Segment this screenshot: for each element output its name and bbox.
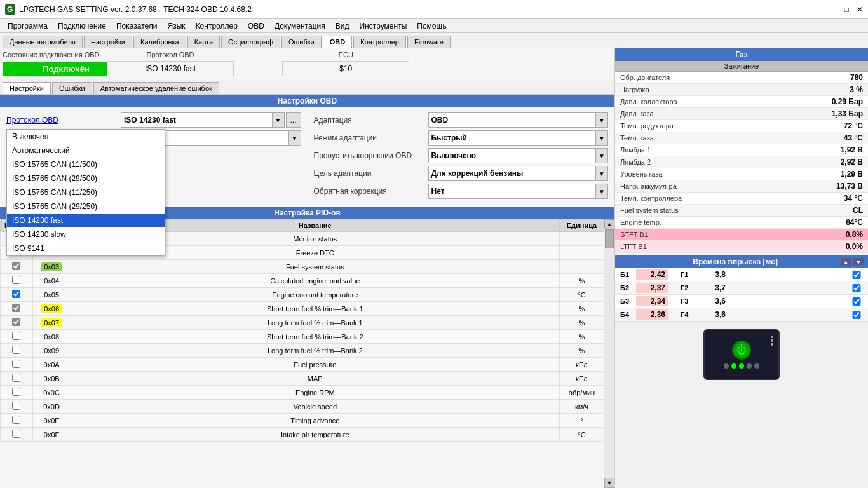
- dropdown-item-iso-15765-can-(29/500)[interactable]: ISO 15765 CAN (29/500): [7, 172, 165, 186]
- subtab-ошибки[interactable]: Ошибки: [52, 82, 92, 94]
- adaptation-mode-select[interactable]: Быстрый: [428, 130, 609, 146]
- adaptation-select[interactable]: OBD: [428, 112, 609, 128]
- pid-name-cell: Fuel system status: [71, 260, 559, 274]
- minimize-button[interactable]: —: [829, 5, 837, 14]
- pid-check-cell[interactable]: [1, 316, 33, 330]
- titlebar: G LPGTECH GAS SETTING ver. 2.0.37.68 - T…: [0, 0, 868, 19]
- menu-item-помощь[interactable]: Помощь: [412, 20, 451, 32]
- inj-g-label: Г2: [681, 284, 696, 292]
- tab-данные-автомобиля[interactable]: Данные автомобиля: [3, 36, 83, 48]
- table-row: 0x0BMAPкПа: [1, 372, 604, 386]
- close-button[interactable]: ✕: [857, 5, 863, 14]
- tab-контроллер[interactable]: Контроллер: [353, 36, 406, 48]
- pid-checkbox[interactable]: [12, 290, 20, 298]
- maximize-button[interactable]: □: [844, 5, 849, 14]
- tab-настройки[interactable]: Настройки: [84, 36, 132, 48]
- scroll-thumb[interactable]: [605, 229, 614, 248]
- scroll-up-btn[interactable]: ▲: [604, 219, 614, 229]
- pid-checkbox[interactable]: [12, 430, 20, 438]
- skip-corrections-select[interactable]: Выключено: [428, 148, 609, 163]
- subtab-настройки[interactable]: Настройки: [3, 82, 51, 94]
- pid-checkbox[interactable]: [12, 416, 20, 424]
- menu-item-контроллер[interactable]: Контроллер: [191, 20, 243, 32]
- pid-checkbox[interactable]: [12, 318, 20, 326]
- dropdown-item-iso-14230-fast[interactable]: ISO 14230 fast: [7, 214, 165, 227]
- injection-arrow-down[interactable]: ▼: [853, 258, 864, 266]
- sensor-value: 2,92 В: [841, 158, 863, 166]
- pid-checkbox[interactable]: [12, 304, 20, 312]
- pid-check-cell[interactable]: [1, 400, 33, 414]
- pid-check-cell[interactable]: [1, 428, 33, 442]
- pid-checkbox[interactable]: [12, 360, 20, 368]
- pid-check-cell[interactable]: [1, 330, 33, 344]
- dropdown-item-iso-15765-can-(11/500)[interactable]: ISO 15765 CAN (11/500): [7, 158, 165, 172]
- protocol-select-wrapper: ВыключенАвтоматическийISO 15765 CAN (11/…: [121, 112, 285, 128]
- pid-check-cell[interactable]: [1, 372, 33, 386]
- dropdown-item-iso-15765-can-(29/250)[interactable]: ISO 15765 CAN (29/250): [7, 200, 165, 214]
- dropdown-item-iso-14230-slow[interactable]: ISO 14230 slow: [7, 227, 165, 241]
- scroll-down-btn[interactable]: ▼: [604, 478, 614, 488]
- dropdown-item-iso-9141[interactable]: ISO 9141: [7, 241, 165, 255]
- pid-check-cell[interactable]: [1, 414, 33, 428]
- table-row: 0x0CEngine RPMобр/мин: [1, 386, 604, 400]
- pid-id-cell: 0x04: [32, 274, 71, 288]
- menu-item-подключение[interactable]: Подключение: [53, 20, 111, 32]
- pid-check-cell[interactable]: [1, 358, 33, 372]
- back-correction-select[interactable]: Нет: [428, 184, 609, 199]
- menu-item-документация[interactable]: Документация: [269, 20, 330, 32]
- sensor-value: 780: [850, 73, 863, 82]
- menu-item-программа[interactable]: Программа: [3, 20, 53, 32]
- tab-firmware[interactable]: Firmware: [407, 36, 451, 48]
- protocol-select[interactable]: ВыключенАвтоматическийISO 15765 CAN (11/…: [121, 112, 285, 128]
- tab-obd[interactable]: OBD: [323, 36, 352, 48]
- inj-checkbox[interactable]: [850, 271, 863, 279]
- pid-checkbox[interactable]: [12, 402, 20, 410]
- protocol-value: ISO 14230 fast: [107, 61, 234, 76]
- sensor-label: Fuel system status: [620, 207, 679, 214]
- dropdown-item-выключен[interactable]: Выключен: [7, 130, 165, 144]
- pid-check-cell[interactable]: [1, 302, 33, 316]
- pid-checkbox[interactable]: [12, 388, 20, 396]
- pid-checkbox[interactable]: [12, 374, 20, 382]
- pid-unit-cell: °: [560, 414, 604, 428]
- dropdown-item-автоматический[interactable]: Автоматический: [7, 144, 165, 158]
- tab-осциллограф[interactable]: Осциллограф: [221, 36, 280, 48]
- subtab-автоматическое-удаление-ошибок[interactable]: Автоматическое удаление ошибок: [93, 82, 219, 94]
- inj-checkbox[interactable]: [850, 311, 863, 319]
- inj-checkbox[interactable]: [850, 284, 863, 292]
- tab-карта[interactable]: Карта: [187, 36, 220, 48]
- pid-id-cell: 0x06: [32, 302, 71, 316]
- pid-check-cell[interactable]: [1, 260, 33, 274]
- menu-item-показатели[interactable]: Показатели: [111, 20, 163, 32]
- sensor-label: STFT B1: [620, 231, 648, 238]
- injection-arrow-up[interactable]: ▲: [841, 258, 851, 266]
- window-title: LPGTECH GAS SETTING ver. 2.0.37.68 - TEC…: [19, 5, 252, 14]
- pid-checkbox[interactable]: [12, 262, 20, 270]
- dots-button[interactable]: ...: [286, 112, 301, 128]
- pid-checkbox[interactable]: [12, 276, 20, 284]
- pid-checkbox[interactable]: [12, 332, 20, 340]
- table-row: 0x0ETiming advance°: [1, 414, 604, 428]
- tab-калибровка[interactable]: Калибровка: [133, 36, 186, 48]
- power-button[interactable]: [732, 341, 751, 360]
- inj-g-value: 3,7: [696, 283, 728, 293]
- menu-item-инструменты[interactable]: Инструменты: [354, 20, 412, 32]
- pid-check-cell[interactable]: [1, 274, 33, 288]
- pid-check-cell[interactable]: [1, 288, 33, 302]
- titlebar-left: G LPGTECH GAS SETTING ver. 2.0.37.68 - T…: [5, 4, 252, 15]
- menu-item-язык[interactable]: Язык: [163, 20, 191, 32]
- pid-scrollbar[interactable]: ▲ ▼: [604, 219, 614, 488]
- pid-table-container[interactable]: Выбор PID Название Единица 0x01Monitor s…: [0, 219, 604, 488]
- pid-check-cell[interactable]: [1, 386, 33, 400]
- tab-ошибки[interactable]: Ошибки: [281, 36, 322, 48]
- adaptation-target-select[interactable]: Для коррекций бензины: [428, 166, 609, 181]
- dropdown-item-iso-15765-can-(11/250)[interactable]: ISO 15765 CAN (11/250): [7, 186, 165, 200]
- pid-checkbox[interactable]: [12, 346, 20, 354]
- pid-check-cell[interactable]: [1, 344, 33, 358]
- inj-checkbox[interactable]: [850, 297, 863, 306]
- protocol-link[interactable]: Протокол OBD: [6, 116, 58, 125]
- sensor-label: Напр. аккумул-ра: [620, 182, 677, 190]
- menu-item-вид[interactable]: Вид: [330, 20, 355, 32]
- led5: [754, 363, 759, 369]
- menu-item-obd[interactable]: OBD: [243, 20, 269, 32]
